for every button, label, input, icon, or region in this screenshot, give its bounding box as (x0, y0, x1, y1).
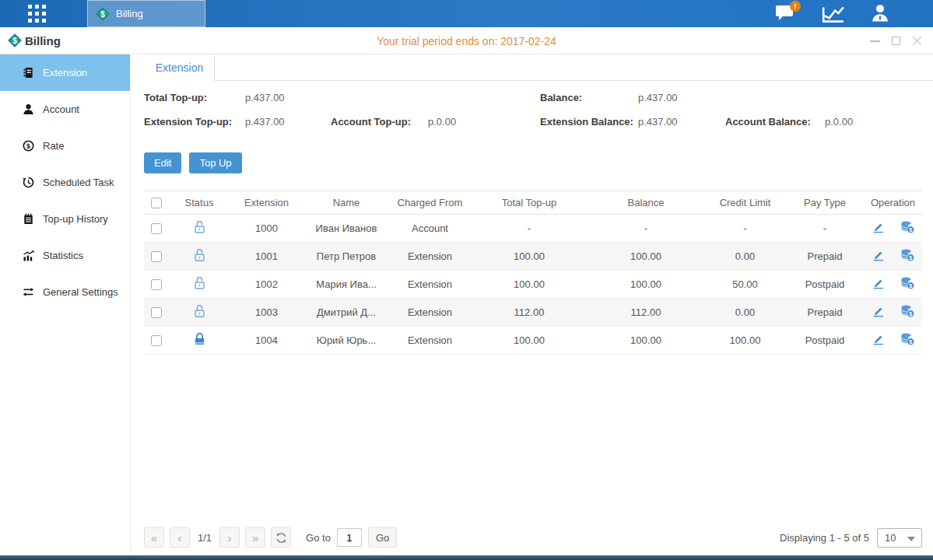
prev-page-button[interactable]: ‹ (170, 527, 190, 548)
app-grid-icon[interactable] (28, 5, 46, 23)
toolbar: Edit Top Up (144, 152, 933, 173)
status-unlocked-icon (193, 276, 206, 290)
row-checkbox[interactable] (151, 279, 162, 290)
total-topup-cell: 112.00 (471, 299, 588, 327)
taskbar-tab-label: Billing (116, 8, 143, 19)
sidebar-item-label: Rate (43, 140, 64, 152)
table-row: 1000Иван ИвановAccount----$ (144, 215, 922, 243)
column-header: Credit Limit (704, 191, 786, 215)
charged-from-cell: Extension (389, 299, 471, 327)
charged-from-cell: Account (389, 215, 471, 243)
page-indicator: 1/1 (198, 532, 212, 544)
sidebar-item-label: General Settings (43, 286, 118, 298)
select-all-checkbox[interactable] (151, 198, 162, 208)
sidebar-item-extension[interactable]: Extension (0, 54, 130, 91)
topup-icon[interactable]: $ (900, 220, 915, 234)
extension-cell: 1004 (230, 327, 303, 355)
topup-icon[interactable]: $ (900, 332, 915, 346)
edit-icon[interactable] (872, 304, 886, 318)
table-header-row: StatusExtensionNameCharged FromTotal Top… (144, 191, 922, 215)
messages-icon[interactable]: ! (774, 3, 796, 25)
edit-button[interactable]: Edit (144, 152, 181, 173)
pay-type-cell: Postpaid (786, 327, 864, 355)
extension-cell: 1001 (230, 243, 303, 271)
edit-icon[interactable] (872, 276, 886, 290)
sidebar-item-topup-history[interactable]: Top-up History (0, 201, 130, 237)
notification-badge: ! (790, 1, 801, 12)
charged-from-cell: Extension (389, 327, 471, 355)
statistics-chart-icon (23, 250, 34, 261)
status-unlocked-icon (193, 248, 206, 262)
tab-extension[interactable]: Extension (145, 54, 215, 81)
sidebar-item-statistics[interactable]: Statistics (0, 237, 130, 274)
billing-summary: Total Top-up: p.437.00 Balance: p.437.00… (144, 90, 922, 140)
go-button[interactable]: Go (368, 527, 397, 548)
taskbar: $ Billing ! (0, 0, 933, 27)
charged-from-cell: Extension (389, 243, 471, 271)
trial-notice: Your trial period ends on: 2017-02-24 (0, 35, 933, 47)
taskbar-billing-tab[interactable]: $ Billing (87, 0, 205, 27)
first-page-button[interactable]: « (144, 527, 164, 548)
topup-button[interactable]: Top Up (189, 152, 241, 173)
close-button[interactable] (912, 36, 922, 46)
sidebar-item-label: Statistics (43, 250, 83, 261)
sidebar: Extension Account $ Rate Scheduled Task (0, 54, 131, 555)
billing-diamond-icon: $ (96, 7, 110, 21)
extension-table: StatusExtensionNameCharged FromTotal Top… (144, 191, 922, 355)
main-content: Extension Total Top-up: p.437.00 Balance… (131, 54, 933, 555)
credit-limit-cell: 0.00 (704, 299, 786, 327)
row-checkbox[interactable] (151, 307, 162, 318)
topup-icon[interactable]: $ (900, 276, 915, 290)
total-topup-cell: 100.00 (471, 243, 588, 271)
account-topup-value: p.0.00 (428, 116, 456, 128)
pay-type-cell: Prepaid (786, 243, 864, 271)
edit-icon[interactable] (872, 220, 886, 234)
sidebar-item-general-settings[interactable]: General Settings (0, 274, 130, 310)
extension-balance-label: Extension Balance: (540, 116, 633, 128)
name-cell: Юрий Юрь... (303, 327, 389, 355)
pay-type-cell: Prepaid (786, 299, 864, 327)
next-page-button[interactable]: › (219, 527, 240, 548)
rate-dollar-icon: $ (23, 140, 34, 152)
sidebar-item-rate[interactable]: $ Rate (0, 128, 130, 164)
page-size-select[interactable]: 10 (877, 528, 922, 548)
resource-monitor-icon[interactable] (821, 4, 846, 27)
sidebar-item-label: Account (43, 103, 79, 115)
extension-cell: 1000 (230, 215, 303, 243)
minimize-button[interactable] (870, 36, 880, 46)
sidebar-item-account[interactable]: Account (0, 91, 130, 128)
balance-cell: 112.00 (588, 299, 704, 327)
last-page-button[interactable]: » (245, 527, 265, 548)
account-person-icon (23, 103, 34, 115)
maximize-button[interactable] (891, 36, 901, 46)
scheduled-task-clock-icon (23, 177, 34, 188)
topup-icon[interactable]: $ (900, 248, 915, 262)
billing-window: $ Billing ! $ (0, 0, 933, 560)
row-checkbox[interactable] (151, 335, 162, 346)
sidebar-item-label: Top-up History (43, 213, 108, 225)
balance-cell: - (588, 215, 704, 243)
account-balance-label: Account Balance: (725, 116, 811, 128)
svg-text:$: $ (26, 142, 30, 150)
refresh-icon (275, 532, 287, 544)
account-topup-label: Account Top-up: (331, 116, 411, 128)
topup-icon[interactable]: $ (900, 304, 915, 318)
user-account-icon[interactable] (868, 2, 892, 27)
edit-icon[interactable] (872, 332, 886, 346)
goto-page-input[interactable] (337, 528, 362, 547)
extension-topup-label: Extension Top-up: (144, 116, 232, 128)
credit-limit-cell: 0.00 (704, 243, 786, 271)
column-header: Status (169, 191, 230, 215)
row-checkbox[interactable] (151, 251, 162, 262)
name-cell: Иван Иванов (303, 215, 389, 243)
extension-cell: 1002 (230, 271, 303, 299)
sidebar-item-scheduled-task[interactable]: Scheduled Task (0, 164, 130, 201)
refresh-button[interactable] (271, 527, 291, 548)
row-checkbox[interactable] (151, 223, 162, 234)
extension-table-wrap: StatusExtensionNameCharged FromTotal Top… (144, 191, 922, 355)
extension-book-icon (23, 67, 34, 79)
total-topup-cell: 100.00 (471, 327, 588, 355)
edit-icon[interactable] (872, 248, 886, 262)
column-header: Charged From (389, 191, 471, 215)
goto-label: Go to (306, 532, 331, 544)
